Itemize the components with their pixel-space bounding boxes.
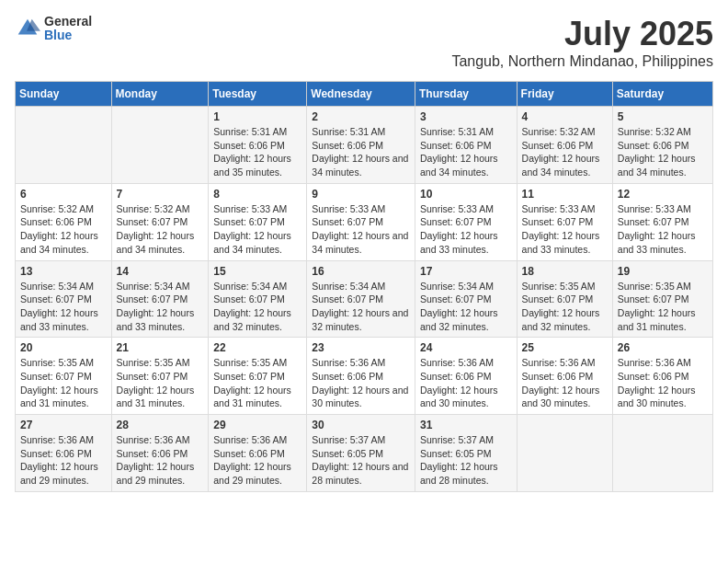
day-number: 11 — [522, 188, 608, 201]
day-number: 25 — [522, 341, 608, 354]
day-number: 2 — [312, 110, 410, 123]
logo: General Blue — [15, 15, 92, 43]
header-day-saturday: Saturday — [612, 82, 712, 107]
day-number: 22 — [213, 341, 301, 354]
day-number: 18 — [522, 265, 608, 278]
calendar-cell — [16, 107, 112, 184]
calendar-cell: 31Sunrise: 5:37 AM Sunset: 6:05 PM Dayli… — [415, 415, 517, 492]
day-info: Sunrise: 5:34 AM Sunset: 6:07 PM Dayligh… — [20, 280, 107, 334]
day-number: 8 — [213, 188, 301, 201]
calendar-cell: 1Sunrise: 5:31 AM Sunset: 6:06 PM Daylig… — [209, 107, 307, 184]
calendar-cell: 26Sunrise: 5:36 AM Sunset: 6:06 PM Dayli… — [612, 338, 712, 415]
calendar-cell: 5Sunrise: 5:32 AM Sunset: 6:06 PM Daylig… — [612, 107, 712, 184]
header-day-tuesday: Tuesday — [209, 82, 307, 107]
calendar-cell — [517, 415, 612, 492]
calendar-cell: 24Sunrise: 5:36 AM Sunset: 6:06 PM Dayli… — [415, 338, 517, 415]
subtitle: Tangub, Northern Mindanao, Philippines — [451, 53, 713, 70]
header-day-wednesday: Wednesday — [307, 82, 415, 107]
calendar-week-4: 20Sunrise: 5:35 AM Sunset: 6:07 PM Dayli… — [16, 338, 713, 415]
calendar-cell: 3Sunrise: 5:31 AM Sunset: 6:06 PM Daylig… — [415, 107, 517, 184]
main-title: July 2025 — [451, 15, 713, 53]
day-info: Sunrise: 5:32 AM Sunset: 6:06 PM Dayligh… — [522, 125, 608, 179]
calendar-week-2: 6Sunrise: 5:32 AM Sunset: 6:06 PM Daylig… — [16, 183, 713, 260]
day-info: Sunrise: 5:31 AM Sunset: 6:06 PM Dayligh… — [213, 125, 301, 179]
day-number: 19 — [618, 265, 708, 278]
day-number: 20 — [20, 341, 107, 354]
logo-text: General Blue — [44, 15, 92, 43]
page-header: General Blue July 2025 Tangub, Northern … — [15, 15, 713, 70]
calendar-cell: 25Sunrise: 5:36 AM Sunset: 6:06 PM Dayli… — [517, 338, 612, 415]
day-number: 9 — [312, 188, 410, 201]
calendar-cell: 28Sunrise: 5:36 AM Sunset: 6:06 PM Dayli… — [111, 415, 209, 492]
calendar-header-row: SundayMondayTuesdayWednesdayThursdayFrid… — [16, 82, 713, 107]
calendar-cell: 17Sunrise: 5:34 AM Sunset: 6:07 PM Dayli… — [415, 260, 517, 338]
day-info: Sunrise: 5:32 AM Sunset: 6:07 PM Dayligh… — [117, 202, 204, 257]
calendar-cell: 20Sunrise: 5:35 AM Sunset: 6:07 PM Dayli… — [16, 338, 112, 415]
day-number: 3 — [420, 110, 512, 123]
day-info: Sunrise: 5:34 AM Sunset: 6:07 PM Dayligh… — [117, 280, 204, 334]
day-info: Sunrise: 5:36 AM Sunset: 6:06 PM Dayligh… — [618, 356, 708, 410]
calendar-cell: 9Sunrise: 5:33 AM Sunset: 6:07 PM Daylig… — [307, 183, 415, 260]
day-info: Sunrise: 5:35 AM Sunset: 6:07 PM Dayligh… — [20, 356, 107, 410]
day-info: Sunrise: 5:33 AM Sunset: 6:07 PM Dayligh… — [420, 202, 512, 257]
day-number: 10 — [420, 188, 512, 201]
logo-general: General — [44, 15, 92, 29]
calendar-cell: 15Sunrise: 5:34 AM Sunset: 6:07 PM Dayli… — [209, 260, 307, 338]
day-number: 15 — [213, 265, 301, 278]
calendar-cell: 11Sunrise: 5:33 AM Sunset: 6:07 PM Dayli… — [517, 183, 612, 260]
calendar-cell: 18Sunrise: 5:35 AM Sunset: 6:07 PM Dayli… — [517, 260, 612, 338]
calendar-cell: 30Sunrise: 5:37 AM Sunset: 6:05 PM Dayli… — [307, 415, 415, 492]
day-info: Sunrise: 5:36 AM Sunset: 6:06 PM Dayligh… — [522, 356, 608, 410]
day-number: 30 — [312, 419, 410, 431]
calendar-cell: 14Sunrise: 5:34 AM Sunset: 6:07 PM Dayli… — [111, 260, 209, 338]
day-info: Sunrise: 5:33 AM Sunset: 6:07 PM Dayligh… — [618, 202, 708, 257]
calendar-cell: 13Sunrise: 5:34 AM Sunset: 6:07 PM Dayli… — [16, 260, 112, 338]
day-info: Sunrise: 5:36 AM Sunset: 6:06 PM Dayligh… — [420, 356, 512, 410]
day-info: Sunrise: 5:37 AM Sunset: 6:05 PM Dayligh… — [420, 433, 512, 488]
day-number: 13 — [20, 265, 107, 278]
calendar-week-3: 13Sunrise: 5:34 AM Sunset: 6:07 PM Dayli… — [16, 260, 713, 338]
calendar-cell — [111, 107, 209, 184]
day-number: 4 — [522, 110, 608, 123]
day-number: 7 — [117, 188, 204, 201]
day-info: Sunrise: 5:32 AM Sunset: 6:06 PM Dayligh… — [618, 125, 708, 179]
day-info: Sunrise: 5:34 AM Sunset: 6:07 PM Dayligh… — [420, 280, 512, 334]
day-number: 26 — [618, 341, 708, 354]
day-info: Sunrise: 5:35 AM Sunset: 6:07 PM Dayligh… — [117, 356, 204, 410]
day-info: Sunrise: 5:36 AM Sunset: 6:06 PM Dayligh… — [213, 433, 301, 488]
calendar-cell: 8Sunrise: 5:33 AM Sunset: 6:07 PM Daylig… — [209, 183, 307, 260]
calendar-cell: 27Sunrise: 5:36 AM Sunset: 6:06 PM Dayli… — [16, 415, 112, 492]
calendar-cell: 23Sunrise: 5:36 AM Sunset: 6:06 PM Dayli… — [307, 338, 415, 415]
day-info: Sunrise: 5:31 AM Sunset: 6:06 PM Dayligh… — [420, 125, 512, 179]
title-section: July 2025 Tangub, Northern Mindanao, Phi… — [451, 15, 713, 70]
calendar-cell: 7Sunrise: 5:32 AM Sunset: 6:07 PM Daylig… — [111, 183, 209, 260]
day-number: 29 — [213, 419, 301, 431]
header-day-sunday: Sunday — [16, 82, 112, 107]
day-number: 5 — [618, 110, 708, 123]
calendar-cell — [612, 415, 712, 492]
day-number: 31 — [420, 419, 512, 431]
calendar-table: SundayMondayTuesdayWednesdayThursdayFrid… — [15, 81, 713, 492]
calendar-week-1: 1Sunrise: 5:31 AM Sunset: 6:06 PM Daylig… — [16, 107, 713, 184]
day-number: 6 — [20, 188, 107, 201]
day-info: Sunrise: 5:32 AM Sunset: 6:06 PM Dayligh… — [20, 202, 107, 257]
calendar-week-5: 27Sunrise: 5:36 AM Sunset: 6:06 PM Dayli… — [16, 415, 713, 492]
calendar-cell: 2Sunrise: 5:31 AM Sunset: 6:06 PM Daylig… — [307, 107, 415, 184]
calendar-cell: 12Sunrise: 5:33 AM Sunset: 6:07 PM Dayli… — [612, 183, 712, 260]
logo-blue: Blue — [44, 29, 92, 42]
day-info: Sunrise: 5:37 AM Sunset: 6:05 PM Dayligh… — [312, 433, 410, 488]
day-number: 12 — [618, 188, 708, 201]
calendar-cell: 16Sunrise: 5:34 AM Sunset: 6:07 PM Dayli… — [307, 260, 415, 338]
day-number: 28 — [117, 419, 204, 431]
day-info: Sunrise: 5:31 AM Sunset: 6:06 PM Dayligh… — [312, 125, 410, 179]
day-info: Sunrise: 5:33 AM Sunset: 6:07 PM Dayligh… — [522, 202, 608, 257]
calendar-cell: 6Sunrise: 5:32 AM Sunset: 6:06 PM Daylig… — [16, 183, 112, 260]
day-number: 24 — [420, 341, 512, 354]
day-number: 14 — [117, 265, 204, 278]
logo-icon — [15, 16, 40, 41]
day-info: Sunrise: 5:36 AM Sunset: 6:06 PM Dayligh… — [312, 356, 410, 410]
day-info: Sunrise: 5:34 AM Sunset: 6:07 PM Dayligh… — [213, 280, 301, 334]
calendar-cell: 29Sunrise: 5:36 AM Sunset: 6:06 PM Dayli… — [209, 415, 307, 492]
day-info: Sunrise: 5:36 AM Sunset: 6:06 PM Dayligh… — [117, 433, 204, 488]
day-number: 23 — [312, 341, 410, 354]
